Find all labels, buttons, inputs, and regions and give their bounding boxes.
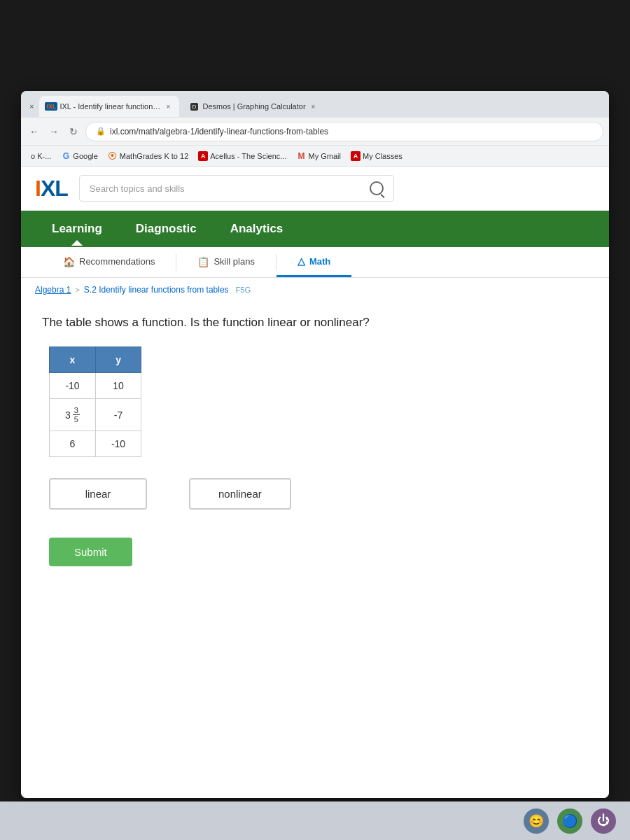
mixed-number: 3 3 5 [65,406,80,424]
ixl-tab-close[interactable]: × [164,102,173,111]
ixl-tab-title: IXL - Identify linear functions from [59,102,160,111]
question-area: The table shows a function. Is the funct… [21,302,609,580]
bookmark-ok[interactable]: o K-... [27,150,55,162]
bookmark-myclasses[interactable]: A My Classes [346,149,407,163]
forward-button[interactable]: → [46,124,62,139]
fraction-3-5: 3 5 [73,406,80,424]
bookmark-mathgrades-label: MathGrades K to 12 [120,152,188,160]
answer-linear[interactable]: linear [49,478,147,510]
bookmark-myclasses-label: My Classes [363,152,402,160]
subnav-math[interactable]: △ Math [276,247,351,277]
bookmark-gmail[interactable]: M My Gmail [293,149,345,163]
bookmark-google-label: Google [73,152,97,160]
ixl-logo-xl: XL [41,176,68,201]
breadcrumb-skill[interactable]: S.2 Identify linear functions from table… [84,285,229,295]
address-bar-row: ← → ↻ 🔒 ixl.com/math/algebra-1/identify-… [21,118,609,146]
table-cell-x2: 3 3 5 [50,399,96,431]
bookmarks-bar: o K-... G Google ⦿ MathGrades K to 12 A … [21,146,609,167]
table-row: 6 -10 [50,431,141,457]
submit-button[interactable]: Submit [49,538,132,566]
taskbar: 😊 🔵 ⏻ [0,802,630,840]
ixl-logo-i: I [35,176,41,201]
subnav-recommendations[interactable]: 🏠 Recommendations [42,248,176,277]
ixl-favicon: IXL [46,102,56,111]
search-bar[interactable]: Search topics and skills [79,175,394,202]
ixl-logo: IXL [35,176,68,202]
table-cell-y3: -10 [95,431,141,457]
table-cell-x3: 6 [50,431,96,457]
google-icon: G [61,151,71,161]
taskbar-icon-1[interactable]: 😊 [524,808,549,834]
lock-icon: 🔒 [96,127,106,136]
acellus-icon: A [198,151,208,161]
skill-code: F5G [236,286,251,294]
breadcrumb-course[interactable]: Algebra 1 [35,285,71,295]
search-placeholder: Search topics and skills [90,183,185,194]
browser-window: × IXL IXL - Identify linear functions fr… [21,91,609,798]
bookmark-mathgrades[interactable]: ⦿ MathGrades K to 12 [104,149,192,163]
table-cell-y2: -7 [95,399,141,431]
desmos-tab-title: Desmos | Graphing Calculator [202,102,305,111]
tab-analytics[interactable]: Analytics [214,212,300,246]
tab-close-x-left[interactable]: × [27,102,36,111]
gmail-icon: M [297,151,307,161]
answer-choices: linear nonlinear [49,478,588,510]
back-button[interactable]: ← [27,124,42,139]
breadcrumb-separator: > [75,286,79,294]
table-row: -10 10 [50,373,141,399]
subnav-skill-plans-label: Skill plans [214,256,255,267]
table-cell-x1: -10 [50,373,96,399]
page-content: IXL Search topics and skills Learning Di… [21,167,609,798]
tab-bar: × IXL IXL - Identify linear functions fr… [21,91,609,118]
skill-plans-icon: 📋 [197,256,209,267]
bookmark-ok-label: o K-... [31,152,51,160]
function-table: x y -10 10 3 3 [49,346,141,457]
bookmark-gmail-label: My Gmail [309,152,341,160]
mathgrades-icon: ⦿ [108,151,118,161]
sub-nav: 🏠 Recommendations 📋 Skill plans △ Math [21,247,609,278]
tab-learning-label: Learning [52,222,102,235]
tab-diagnostic[interactable]: Diagnostic [119,212,214,246]
myclasses-icon: A [351,151,360,161]
desmos-tab[interactable]: D Desmos | Graphing Calculator × [182,96,324,117]
taskbar-icon-3[interactable]: ⏻ [591,808,616,834]
taskbar-icon-2[interactable]: 🔵 [557,808,582,834]
subnav-skill-plans[interactable]: 📋 Skill plans [176,248,276,277]
breadcrumb: Algebra 1 > S.2 Identify linear function… [21,278,609,302]
question-text: The table shows a function. Is the funct… [42,316,588,330]
nav-tabs: Learning Diagnostic Analytics [21,211,609,247]
ixl-tab[interactable]: IXL IXL - Identify linear functions from… [39,96,179,117]
desmos-tab-close[interactable]: × [309,102,318,111]
search-icon [370,181,384,195]
bookmark-google[interactable]: G Google [57,149,102,163]
bookmark-acellus-label: Acellus - The Scienc... [210,152,286,160]
tab-learning[interactable]: Learning [35,212,119,246]
subnav-math-label: Math [309,256,330,267]
table-cell-y1: 10 [95,373,141,399]
table-header-y: y [95,347,141,373]
address-text: ixl.com/math/algebra-1/identify-linear-f… [110,127,328,136]
ixl-header: IXL Search topics and skills [21,167,609,211]
table-row: 3 3 5 -7 [50,399,141,431]
bookmark-acellus[interactable]: A Acellus - The Scienc... [194,149,290,163]
tab-diagnostic-label: Diagnostic [136,222,197,235]
recommendations-icon: 🏠 [63,256,75,267]
tab-analytics-label: Analytics [230,222,284,235]
desmos-favicon: D [189,102,199,111]
address-bar[interactable]: 🔒 ixl.com/math/algebra-1/identify-linear… [85,122,603,141]
answer-nonlinear[interactable]: nonlinear [189,478,291,510]
refresh-button[interactable]: ↻ [66,124,81,139]
math-icon: △ [298,255,305,267]
subnav-recommendations-label: Recommendations [79,256,155,267]
table-header-x: x [50,347,96,373]
